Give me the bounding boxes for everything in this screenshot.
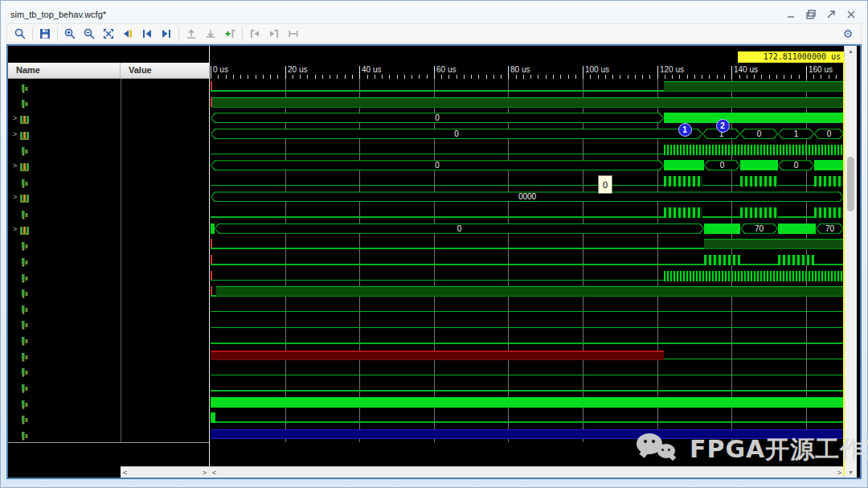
signal-row[interactable]: > (8, 110, 209, 126)
signal-row[interactable] (8, 252, 209, 269)
wave-row-app_en[interactable] (210, 142, 844, 158)
signal-name-cell[interactable]: > (8, 189, 121, 205)
signal-row[interactable] (8, 269, 209, 285)
signal-name-cell[interactable] (8, 300, 121, 316)
wave-row-app_addr[27:0][interactable]: 0 (210, 110, 844, 126)
previous-transition-button[interactable] (137, 25, 157, 42)
expander-icon[interactable]: > (8, 225, 19, 233)
next-transition-button[interactable] (157, 25, 176, 42)
signal-row[interactable] (8, 395, 209, 411)
wave-vertical-scrollbar[interactable]: ▲ ▼ (844, 46, 857, 478)
wave-row-app_sr_req[interactable] (210, 300, 844, 316)
float-icon[interactable] (825, 9, 837, 20)
signal-row[interactable]: > (8, 189, 209, 205)
signal-name-cell[interactable] (8, 347, 121, 363)
signal-name-cell[interactable] (8, 236, 121, 252)
minimize-icon[interactable] (784, 9, 797, 20)
signal-row[interactable] (8, 363, 209, 379)
wave-row-app_zq_req[interactable] (210, 331, 844, 347)
wave-row-app_rd_data_end[interactable] (210, 236, 844, 252)
signal-row[interactable] (8, 379, 209, 395)
signal-name-cell[interactable] (8, 205, 121, 221)
time-ruler[interactable]: 0 us20 us40 us60 us80 us100 us120 us140 … (210, 63, 844, 79)
signal-row[interactable]: > (8, 158, 209, 174)
wave-row-ui_clk[interactable] (210, 395, 844, 411)
go-to-time-button[interactable] (118, 25, 137, 42)
signal-name-cell[interactable] (8, 269, 121, 285)
signal-row[interactable] (8, 300, 209, 316)
wave-row-app_ref_ack[interactable] (210, 363, 844, 379)
expander-icon[interactable]: > (8, 193, 19, 201)
signal-row[interactable] (8, 284, 209, 300)
signal-name-cell[interactable] (8, 142, 121, 158)
scroll-right-icon[interactable]: > (837, 469, 841, 477)
value-column-header[interactable]: Value (121, 63, 209, 78)
signal-row[interactable] (8, 174, 209, 190)
wave-row-app_rd_data_valid[interactable] (210, 252, 844, 269)
zoom-in-button[interactable] (60, 25, 80, 42)
wave-row-app_ref_req[interactable] (210, 316, 844, 332)
wave-row-app_wdf_end[interactable] (210, 174, 844, 190)
scroll-right-icon[interactable]: > (203, 469, 207, 477)
scrollbar-thumb[interactable] (847, 157, 854, 211)
signal-name-cell[interactable] (8, 95, 121, 111)
signal-name-cell[interactable]: > (8, 126, 121, 142)
wave-row-ui_clk_sync_rst[interactable] (210, 410, 844, 426)
signal-name-cell[interactable] (8, 79, 121, 95)
find-button[interactable] (10, 25, 30, 42)
signal-row[interactable] (8, 95, 209, 111)
signal-row[interactable] (8, 142, 209, 158)
signal-name-cell[interactable] (8, 363, 121, 379)
signal-name-cell[interactable] (8, 284, 121, 300)
signal-name-cell[interactable] (8, 410, 121, 426)
signal-name-cell[interactable]: > (8, 158, 121, 174)
settings-gear-icon[interactable]: ⚙ (838, 27, 858, 40)
zoom-out-button[interactable] (80, 25, 99, 42)
save-wave-config-button[interactable] (35, 25, 55, 42)
expander-icon[interactable]: > (8, 162, 19, 170)
signal-name-cell[interactable] (8, 174, 121, 190)
signal-row[interactable]: > (8, 126, 209, 142)
value-horizontal-scrollbar[interactable]: < > (121, 466, 209, 478)
waveform-area[interactable]: 001010000000007070120 (210, 79, 844, 442)
signal-row[interactable]: > (8, 221, 209, 237)
name-column-header[interactable]: Name (8, 63, 121, 78)
time-cursor[interactable] (843, 57, 845, 475)
signal-name-cell[interactable] (8, 331, 121, 347)
scroll-left-icon[interactable]: < (123, 469, 127, 477)
signal-name-cell[interactable]: > (8, 110, 121, 126)
signal-name-cell[interactable]: > (8, 221, 121, 237)
wave-panel[interactable]: 172.811000000 us 0 us20 us40 us60 us80 u… (209, 46, 844, 478)
signal-name-cell[interactable] (8, 395, 121, 411)
scroll-left-icon[interactable]: < (212, 469, 216, 477)
signal-row[interactable] (8, 410, 209, 426)
wave-row-app_sr_active[interactable] (210, 347, 844, 363)
signal-row[interactable] (8, 236, 209, 252)
title-bar[interactable]: sim_tb_top_behav.wcfg* (6, 6, 862, 23)
signal-row[interactable] (8, 331, 209, 347)
wave-row-app_wdf_wren[interactable] (210, 205, 844, 221)
signal-name-cell[interactable] (8, 316, 121, 332)
restore-icon[interactable] (805, 9, 817, 20)
wave-row-app_rd_data[127:0][interactable]: 07070 (210, 221, 844, 237)
expander-icon[interactable]: > (8, 130, 19, 138)
expander-icon[interactable]: > (8, 114, 19, 122)
wave-row-app_wdf_rdy[interactable] (210, 284, 844, 300)
wave-row-app_rdy[interactable] (210, 269, 844, 285)
close-icon[interactable] (845, 9, 858, 20)
wave-row-app_zq_ack[interactable] (210, 379, 844, 395)
signal-row[interactable] (8, 316, 209, 332)
signal-name-cell[interactable] (8, 379, 121, 395)
signal-row[interactable] (8, 79, 209, 95)
wave-row-init_calib_complete[interactable] (210, 79, 844, 95)
zoom-fit-button[interactable] (99, 25, 118, 42)
signal-name-cell[interactable] (8, 426, 121, 442)
signal-row[interactable] (8, 205, 209, 221)
wave-row-sys_rst[interactable] (210, 95, 844, 111)
wave-row-app_wdf_mask[15:0][interactable]: 0000 (210, 189, 844, 205)
wave-row-app_wdf_data[127:0][interactable]: 000 (210, 158, 844, 174)
scroll-up-icon[interactable]: ▲ (845, 46, 857, 56)
signal-name-cell[interactable] (8, 252, 121, 269)
signal-row[interactable] (8, 426, 209, 442)
signal-row[interactable] (8, 347, 209, 363)
